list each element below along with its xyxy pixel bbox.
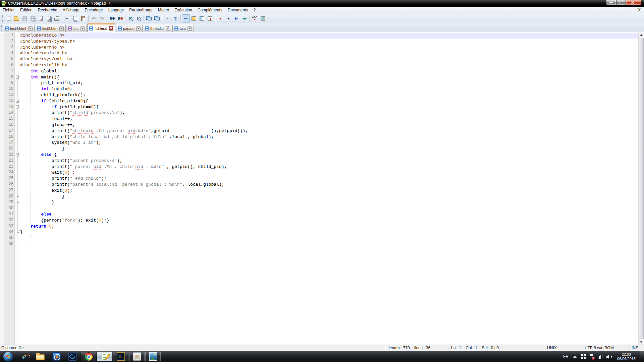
- scroll-up-button[interactable]: [639, 32, 644, 38]
- editor-text-area[interactable]: 1#include<stdio.h>2#include<sys/types.h>…: [0, 32, 644, 345]
- show-whitespace-button[interactable]: ⋯: [163, 14, 171, 22]
- menu-langage[interactable]: Langage: [106, 7, 127, 13]
- restore-button[interactable]: [616, 0, 626, 5]
- battlenet-icon[interactable]: [64, 351, 80, 362]
- menu-param-trage[interactable]: Paramétrage: [126, 7, 155, 13]
- tab-thread-c[interactable]: thread.c✕: [143, 25, 172, 32]
- tab-close-button[interactable]: ✕: [28, 26, 33, 31]
- menu-?[interactable]: ?: [251, 7, 259, 13]
- code-text[interactable]: else {: [20, 152, 57, 158]
- fold-collapse-marker[interactable]: [16, 100, 19, 103]
- chrome-icon[interactable]: [81, 352, 96, 361]
- code-text[interactable]: pid_t child_pid;: [20, 80, 83, 86]
- document-map-button[interactable]: [198, 14, 206, 22]
- fold-collapse-marker[interactable]: [16, 106, 19, 109]
- save-file-button[interactable]: [20, 14, 29, 22]
- menu-fichier[interactable]: Fichier: [0, 7, 17, 13]
- code-text[interactable]: printf(" end child");: [20, 176, 106, 182]
- close-file-button[interactable]: [37, 14, 45, 22]
- action-center-flag-icon[interactable]: [589, 354, 594, 359]
- menu-ex-cution[interactable]: Exécution: [172, 7, 195, 13]
- tab-papa-c[interactable]: papa.c✕: [116, 25, 143, 32]
- menu-documents[interactable]: Documents: [225, 7, 251, 13]
- notepad-plus-plus-icon[interactable]: [97, 352, 112, 361]
- fold-collapse-marker[interactable]: [16, 153, 19, 156]
- tab-close-button[interactable]: ✕: [59, 26, 64, 31]
- tab-b-c[interactable]: b.c✕: [66, 25, 87, 32]
- windows-explorer-icon[interactable]: [32, 351, 48, 362]
- tab-close-button[interactable]: ✕: [166, 26, 170, 31]
- copy-button[interactable]: [71, 14, 79, 22]
- windows-tray-icon[interactable]: [581, 354, 586, 359]
- print-button[interactable]: [53, 14, 61, 22]
- tab-close-button[interactable]: ✕: [109, 26, 113, 31]
- sync-horizontal-scroll-button[interactable]: [153, 14, 161, 22]
- vertical-scrollbar[interactable]: [638, 32, 644, 345]
- tab-test3-htm[interactable]: test3.htm✕: [35, 25, 66, 32]
- code-text[interactable]: printf("childpid :%d ,parent pid=%d\n",g…: [20, 128, 248, 134]
- scrollbar-thumb[interactable]: [639, 38, 644, 339]
- tab-tp-c[interactable]: tp.c✕: [172, 25, 194, 32]
- code-text[interactable]: printf("parent's local:%d, parent's glob…: [20, 182, 224, 188]
- save-all-button[interactable]: [29, 14, 37, 22]
- code-text[interactable]: #include<stdio.h>: [20, 33, 65, 39]
- new-file-button[interactable]: [4, 14, 12, 22]
- word-wrap-button[interactable]: ↩: [182, 14, 190, 22]
- code-text[interactable]: local++;: [20, 116, 72, 122]
- code-text[interactable]: printf(" parent pid ;%d , child pid : %d…: [20, 164, 227, 170]
- tab-close-button[interactable]: ✕: [80, 26, 85, 31]
- code-text[interactable]: {perror("fork"); exit(0);}: [20, 218, 109, 224]
- league-of-legends-icon[interactable]: L: [113, 352, 128, 361]
- code-text[interactable]: #include<sys/wait.h>: [20, 56, 72, 62]
- cut-button[interactable]: ✂: [63, 14, 71, 22]
- paint-icon[interactable]: [129, 352, 145, 361]
- language-indicator[interactable]: FR: [563, 354, 569, 359]
- code-text[interactable]: }: [20, 194, 65, 200]
- menu-close-button[interactable]: X: [638, 8, 641, 12]
- code-text[interactable]: child_pid=fork();: [20, 92, 86, 98]
- code-text[interactable]: if (child_pid>=0){: [20, 98, 88, 104]
- menu-affichage[interactable]: Affichage: [60, 7, 82, 13]
- code-text[interactable]: #include<errno.h>: [20, 45, 65, 51]
- start-button[interactable]: [0, 351, 16, 362]
- code-text[interactable]: #include<sys/types.h>: [20, 39, 75, 45]
- scroll-down-button[interactable]: [639, 339, 644, 345]
- fold-collapse-marker[interactable]: [16, 76, 19, 79]
- paste-button[interactable]: [79, 14, 87, 22]
- open-file-button[interactable]: [12, 14, 20, 22]
- macro-record-button[interactable]: ●: [216, 14, 224, 22]
- zoom-out-button[interactable]: [135, 14, 143, 22]
- internet-explorer-icon[interactable]: e: [16, 351, 32, 362]
- spell-check-button[interactable]: [251, 14, 259, 22]
- redo-button[interactable]: ↷: [98, 14, 106, 22]
- menu-macro[interactable]: Macro: [155, 7, 172, 13]
- doc-switcher-button[interactable]: [206, 14, 214, 22]
- macro-run-multiple-button[interactable]: ▶▶: [240, 14, 249, 22]
- code-text[interactable]: global++;: [20, 122, 75, 128]
- code-text[interactable]: wait(0) ;: [20, 170, 75, 176]
- show-eol-button[interactable]: ¶: [171, 14, 179, 22]
- code-text[interactable]: }: [20, 146, 65, 152]
- tab-close-button[interactable]: ✕: [136, 26, 141, 31]
- function-list-button[interactable]: [190, 14, 198, 22]
- close-button[interactable]: [626, 0, 641, 5]
- clock[interactable]: 22:03 06/06/2015: [617, 352, 636, 361]
- code-text[interactable]: int local=0;: [20, 86, 72, 92]
- menu-dition[interactable]: Édition: [17, 7, 35, 13]
- minimize-button[interactable]: [606, 0, 616, 5]
- find-button[interactable]: [108, 14, 116, 22]
- code-text[interactable]: printf("chield process:\n");: [20, 110, 125, 116]
- macro-play-button[interactable]: ▶: [232, 14, 240, 22]
- code-text[interactable]: exit(0);: [20, 188, 72, 194]
- volume-icon[interactable]: [606, 354, 612, 359]
- code-text[interactable]: return 0;: [20, 224, 54, 230]
- code-text[interactable]: if (child_pid==0){: [20, 104, 99, 110]
- tab-test4-html[interactable]: test4.html✕: [3, 25, 35, 32]
- code-text[interactable]: printf("parent process\n");: [20, 158, 122, 164]
- undo-button[interactable]: ↶: [90, 14, 98, 22]
- code-text[interactable]: #include<stdlib.h>: [20, 62, 67, 68]
- close-all-button[interactable]: [45, 14, 53, 22]
- code-text[interactable]: int main(){: [20, 74, 59, 80]
- menu-encodage[interactable]: Encodage: [82, 7, 106, 13]
- zoom-in-button[interactable]: [126, 14, 135, 22]
